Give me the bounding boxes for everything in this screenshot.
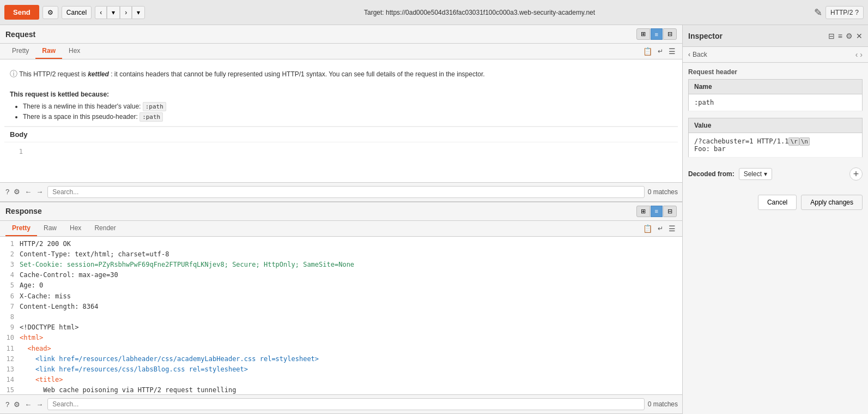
value-cell[interactable]: /?cachebuster=1 HTTP/1.1\r\n Foo: bar bbox=[689, 133, 863, 158]
response-line-number: 13 bbox=[4, 364, 20, 375]
request-view-list[interactable]: ≡ bbox=[651, 28, 663, 40]
response-clipboard-icon[interactable]: 📋 bbox=[642, 223, 653, 234]
tab-response-pretty[interactable]: Pretty bbox=[5, 221, 37, 236]
path-code-1: :path bbox=[143, 102, 166, 111]
tab-response-render[interactable]: Render bbox=[88, 221, 122, 236]
newline-icon[interactable]: ↵ bbox=[657, 46, 664, 56]
response-line-content: Content-Type: text/html; charset=utf-8 bbox=[20, 249, 169, 260]
http2-badge: HTTP/2 ? bbox=[825, 6, 864, 19]
value-control-n: \n bbox=[799, 137, 810, 146]
menu-icon[interactable]: ☰ bbox=[667, 46, 677, 57]
tab-response-hex[interactable]: Hex bbox=[63, 221, 88, 236]
inspector-back-button[interactable]: ‹ Back bbox=[688, 51, 707, 58]
search-help-icon[interactable]: ? bbox=[4, 187, 10, 197]
response-search-prev-icon[interactable]: ← bbox=[23, 399, 33, 410]
right-panel: Inspector ⊟ ≡ ⚙ ✕ ‹ Back ‹ › Request hea… bbox=[683, 25, 868, 414]
request-view-cols[interactable]: ⊟ bbox=[663, 28, 677, 40]
response-search-gear-icon[interactable]: ⚙ bbox=[13, 399, 21, 410]
inspector-close-icon[interactable]: ✕ bbox=[856, 32, 863, 40]
path-code-2: :path bbox=[139, 112, 163, 122]
decoded-from-label: Decoded from: bbox=[688, 170, 735, 178]
response-line-content: <link href=/resources/css/labsBlog.css r… bbox=[20, 364, 248, 375]
inspector-request-header-section: Request header Name :path bbox=[688, 68, 863, 111]
inspector-nav-next[interactable]: › bbox=[860, 50, 863, 59]
response-line-content: Content-Length: 8364 bbox=[20, 302, 99, 312]
response-line-content: <head> bbox=[20, 344, 51, 354]
response-view-cols[interactable]: ⊟ bbox=[663, 206, 677, 217]
body-editor[interactable]: 1 bbox=[4, 142, 678, 175]
response-line-number: 7 bbox=[4, 302, 20, 312]
value-row: /?cachebuster=1 HTTP/1.1\r\n Foo: bar bbox=[689, 133, 863, 158]
decoded-from-select[interactable]: Select ▾ bbox=[739, 168, 772, 180]
response-newline-icon[interactable]: ↵ bbox=[657, 224, 664, 233]
tab-request-raw[interactable]: Raw bbox=[35, 44, 62, 59]
cancel-button[interactable]: Cancel bbox=[62, 6, 92, 19]
response-section: Response ⊞ ≡ ⊟ Pretty Raw Hex Render 📋 ↵ bbox=[0, 202, 682, 414]
response-view-list[interactable]: ≡ bbox=[651, 206, 663, 217]
response-search-help-icon[interactable]: ? bbox=[4, 399, 10, 410]
response-search-input[interactable] bbox=[47, 398, 644, 410]
response-line: 10<html> bbox=[0, 333, 682, 343]
search-gear-icon[interactable]: ⚙ bbox=[13, 187, 21, 197]
tab-request-hex[interactable]: Hex bbox=[62, 44, 87, 59]
name-column-header: Name bbox=[689, 80, 863, 94]
request-search-bar: ? ⚙ ← → 0 matches bbox=[0, 182, 682, 202]
response-search-next-icon[interactable]: → bbox=[35, 399, 44, 410]
top-toolbar: Send ⚙ Cancel ‹ ▾ › ▾ Target: https://0a… bbox=[0, 0, 868, 25]
request-view-grid[interactable]: ⊞ bbox=[636, 28, 650, 40]
back-chevron-icon: ‹ bbox=[688, 51, 690, 58]
add-decoded-button[interactable]: + bbox=[849, 167, 863, 181]
response-line-number: 4 bbox=[4, 270, 20, 280]
response-line-content: Age: 0 bbox=[20, 280, 43, 291]
response-line: 8 bbox=[0, 312, 682, 322]
value-line1-text: /?cachebuster=1 HTTP/1.1 bbox=[694, 137, 788, 145]
request-search-input[interactable] bbox=[47, 186, 644, 198]
kettled-bullet-2: There is a space in this pseudo-header: … bbox=[23, 112, 672, 122]
inspector-cancel-button[interactable]: Cancel bbox=[758, 195, 797, 210]
response-line-number: 8 bbox=[4, 312, 20, 322]
inspector-nav-prev[interactable]: ‹ bbox=[855, 50, 858, 59]
response-menu-icon[interactable]: ☰ bbox=[667, 223, 677, 234]
name-value[interactable]: :path bbox=[689, 94, 863, 111]
request-section-header: Request ⊞ ≡ ⊟ bbox=[0, 25, 682, 44]
response-tabs: Pretty Raw Hex Render bbox=[5, 221, 123, 236]
response-line-number: 9 bbox=[4, 322, 20, 333]
tab-request-pretty[interactable]: Pretty bbox=[5, 44, 35, 59]
response-line: 14 <title> bbox=[0, 375, 682, 385]
response-tab-icons: 📋 ↵ ☰ bbox=[642, 223, 677, 234]
nav-down2-button[interactable]: ▾ bbox=[132, 6, 145, 19]
body-section: Body 1 bbox=[4, 127, 678, 175]
edit-target-icon[interactable]: ✎ bbox=[814, 7, 822, 19]
main-layout: Request ⊞ ≡ ⊟ Pretty Raw Hex 📋 ↵ ☰ bbox=[0, 25, 868, 414]
inspector-settings-icon[interactable]: ⚙ bbox=[846, 32, 853, 40]
response-line: 3Set-Cookie: session=PZyRsbhwPwF69qFne2F… bbox=[0, 260, 682, 270]
response-line: 7Content-Length: 8364 bbox=[0, 302, 682, 312]
apply-changes-button[interactable]: Apply changes bbox=[801, 195, 863, 210]
response-section-header: Response ⊞ ≡ ⊟ bbox=[0, 202, 682, 221]
value-control-r: \r bbox=[788, 137, 799, 146]
nav-forward-button[interactable]: › bbox=[120, 6, 132, 19]
tab-response-raw[interactable]: Raw bbox=[37, 221, 63, 236]
response-line-content: Cache-Control: max-age=30 bbox=[20, 270, 118, 280]
response-line-content: <link href=/resources/labheader/css/acad… bbox=[20, 354, 319, 364]
nav-down-button[interactable]: ▾ bbox=[107, 6, 120, 19]
response-line-content: Web cache poisoning via HTTP/2 request t… bbox=[20, 385, 236, 394]
response-line-number: 15 bbox=[4, 385, 20, 394]
response-line-number: 5 bbox=[4, 280, 20, 291]
gear-button[interactable]: ⚙ bbox=[43, 6, 58, 19]
response-line: 1HTTP/2 200 OK bbox=[0, 239, 682, 249]
response-line: 9<!DOCTYPE html> bbox=[0, 322, 682, 333]
response-line: 15 Web cache poisoning via HTTP/2 reques… bbox=[0, 385, 682, 394]
send-button[interactable]: Send bbox=[4, 5, 39, 20]
nav-back-button[interactable]: ‹ bbox=[95, 6, 107, 19]
inspector-list-icon[interactable]: ≡ bbox=[838, 32, 842, 40]
inspector-grid-icon[interactable]: ⊟ bbox=[828, 32, 835, 40]
http2-help-icon[interactable]: ? bbox=[855, 9, 859, 16]
response-line: 12 <link href=/resources/labheader/css/a… bbox=[0, 354, 682, 364]
search-prev-icon[interactable]: ← bbox=[23, 187, 33, 197]
inspector-nav-arrows: ‹ › bbox=[855, 50, 863, 59]
search-next-icon[interactable]: → bbox=[35, 187, 44, 197]
response-view-grid[interactable]: ⊞ bbox=[636, 206, 650, 217]
clipboard-icon[interactable]: 📋 bbox=[642, 46, 653, 57]
kettled-notice: ⓘ This HTTP/2 request is kettled : it co… bbox=[4, 64, 678, 127]
